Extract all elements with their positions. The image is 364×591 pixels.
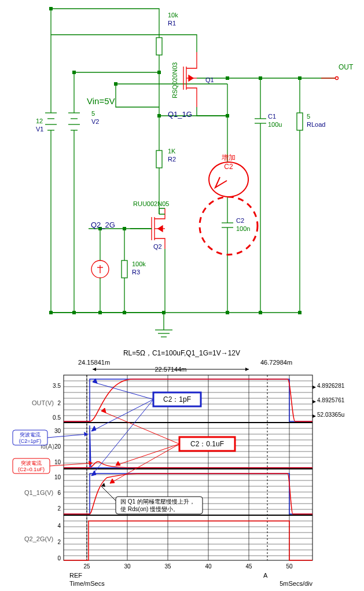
xtick: 50 [286,563,293,570]
a-label: A [263,572,268,579]
svg-text:(C2=0.1uF): (C2=0.1uF) [18,467,45,472]
box-c2-01uf: C2：0.1uF [190,440,224,448]
svg-rect-0 [156,38,162,55]
ref-label: REF [69,572,82,579]
rload-value: 5 [307,113,310,120]
svg-rect-21 [226,311,229,314]
callout-line2: C2 [224,163,233,171]
ytick: 10 [54,474,61,480]
r1-value: 10k [168,12,178,19]
ytick: 2 [57,505,61,512]
rload-name: RLoad [307,121,325,128]
r1-name: R1 [168,20,176,27]
svg-rect-11 [298,76,302,80]
q2-name: Q2 [153,243,162,250]
r2-name: R2 [168,156,176,163]
ytick: 4 [57,523,61,529]
right-value: 52.03365u [317,412,344,418]
right-value: 4.8925761 [317,397,345,403]
v1-name: V1 [36,126,43,133]
svg-rect-20 [162,311,166,314]
callout-c2: 增加 C2 [209,153,248,197]
v2-value: 5 [91,110,95,117]
ytick: 20 [54,443,61,450]
ytick: 3.5 [53,383,61,389]
marker-left: 24.15841m [78,359,110,366]
c2-value: 100n [236,225,250,232]
svg-rect-17 [72,311,76,314]
svg-text:(C2=1pF): (C2=1pF) [19,438,41,444]
svg-rect-8 [157,71,161,74]
svg-rect-15 [123,227,126,230]
out-label: OUT [339,63,354,71]
vin-label: Vin=5V [87,96,115,106]
x-label: Time/mSecs [69,580,105,587]
v2-name: V2 [91,118,99,125]
box-c2-1pf: C2：1pF [163,395,191,403]
right-value: 4.8926281 [317,383,345,389]
svg-text:因 Q1 的閘極電壓慢慢上升，: 因 Q1 的閘極電壓慢慢上升， [120,498,195,505]
callout-line1: 增加 [221,153,236,161]
svg-rect-1 [297,113,303,130]
svg-rect-5 [122,260,127,278]
xtick: 30 [124,563,131,570]
svg-rect-18 [98,311,102,314]
xtick: 35 [164,563,171,570]
svg-rect-6 [49,7,53,10]
svg-rect-19 [123,311,126,314]
svg-text:突波電流: 突波電流 [21,460,42,466]
plot-title: RL=5Ω，C1=100uF,Q1_1G=1V→12V [123,349,240,357]
marker-right: 46.72984m [260,359,292,366]
svg-point-2 [336,77,339,80]
axis-q1: Q1_1G(V) [24,489,53,496]
q2-model: RUU002N05 [133,200,169,207]
ytick: 6 [57,490,61,496]
svg-rect-16 [49,311,53,314]
svg-rect-7 [72,71,76,74]
xtick: 45 [245,563,252,570]
q1-1g-label: Q1_1G [168,110,192,119]
svg-rect-24 [114,82,117,86]
ytick: 30 [54,428,61,434]
ytick: 10 [54,459,61,465]
svg-rect-23 [298,311,302,314]
q1-name: Q1 [205,76,214,83]
svg-text:使 Rds(on) 慢慢變小。: 使 Rds(on) 慢慢變小。 [120,506,179,512]
q1-model: RSQ020N03 [171,63,178,98]
svg-rect-22 [259,311,262,314]
r2-value: 1K [168,148,176,155]
q2-2g-label: Q2_2G [91,221,115,229]
xtick: 40 [205,563,212,570]
axis-q2: Q2_2G(V) [24,535,53,542]
xtick: 25 [83,563,90,570]
axis-out: OUT(V) [32,399,54,406]
c2-name: C2 [236,217,244,224]
c1-value: 100u [268,121,282,128]
r3-value: 100k [132,260,146,267]
ytick: 0.5 [53,414,61,421]
ytick: 2 [57,539,61,545]
svg-text:突波電流: 突波電流 [20,432,41,438]
svg-rect-10 [259,76,262,80]
simulation-plot: RL=5Ω，C1=100uF,Q1_1G=1V→12V 24.15841m 46… [0,347,364,590]
ytick: 2 [57,400,61,406]
x-div: 5mSecs/div [280,580,312,587]
v1-value: 12 [36,118,43,124]
schematic-diagram: 增加 C2 10k R1 Vin=5V 12 V1 5 V2 Q1 RSQ020… [0,0,364,347]
r3-name: R3 [132,269,140,276]
svg-rect-9 [226,76,229,80]
svg-rect-12 [226,114,229,118]
ytick: 0 [57,555,61,561]
svg-rect-13 [157,114,161,118]
c1-name: C1 [268,113,276,120]
svg-rect-3 [156,150,162,168]
